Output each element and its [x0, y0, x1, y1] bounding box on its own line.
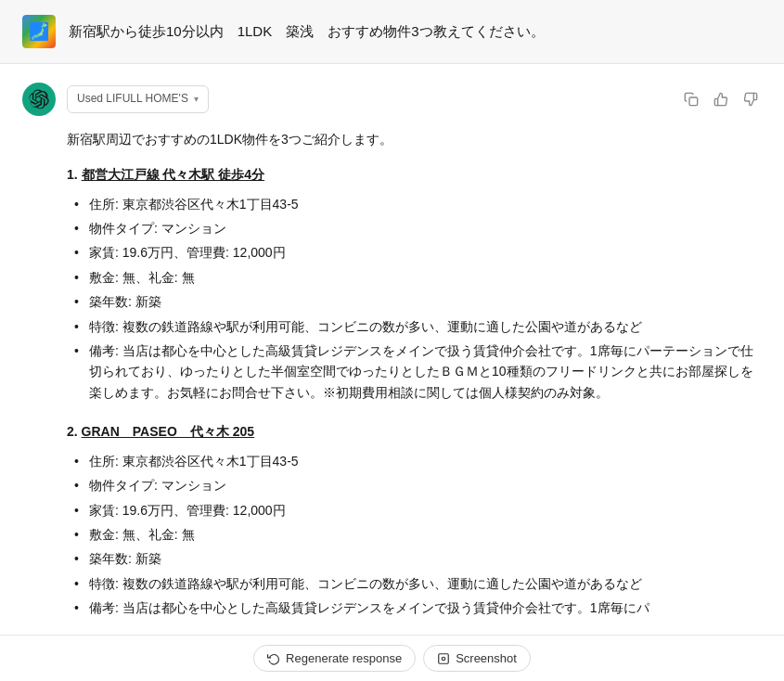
- thumbs-up-button[interactable]: [710, 88, 732, 110]
- list-item: 敷金: 無、礼金: 無: [74, 267, 762, 288]
- list-item: 築年数: 新築: [74, 548, 762, 569]
- list-item: 特徴: 複数の鉄道路線や駅が利用可能、コンビニの数が多い、運動に適した公園や道が…: [74, 573, 762, 594]
- list-item: 物件タイプ: マンション: [74, 218, 762, 238]
- chevron-down-icon: ▾: [194, 92, 199, 107]
- bottom-bar: Regenerate response Screenshot: [0, 635, 784, 656]
- property-details-1: 住所: 東京都渋谷区代々木1丁目43-5 物件タイプ: マンション 家賃: 19…: [67, 194, 762, 404]
- screenshot-button[interactable]: Screenshot: [423, 645, 531, 656]
- list-item: 築年数: 新築: [74, 291, 762, 312]
- page-container: 🗾 新宿駅から徒歩10分以内 1LDK 築浅 おすすめ物件3つ教えてください。 …: [0, 0, 784, 656]
- property-link-2[interactable]: GRAN PASEO 代々木 205: [82, 424, 254, 439]
- openai-icon: [29, 89, 49, 109]
- thumbs-up-icon: [713, 92, 728, 107]
- assistant-avatar: [22, 83, 56, 116]
- thumbs-down-button[interactable]: [739, 88, 762, 110]
- assistant-left: Used LIFULL HOME'S ▾: [22, 83, 209, 116]
- user-avatar: 🗾: [22, 15, 56, 48]
- property-details-2: 住所: 東京都渋谷区代々木1丁目43-5 物件タイプ: マンション 家賃: 19…: [67, 451, 762, 619]
- user-message-text: 新宿駅から徒歩10分以内 1LDK 築浅 おすすめ物件3つ教えてください。: [69, 20, 545, 43]
- list-item: 家賃: 19.6万円、管理費: 12,000円: [74, 500, 762, 520]
- property-number-2: 2: [67, 424, 74, 439]
- svg-rect-1: [439, 653, 449, 655]
- list-item: 物件タイプ: マンション: [74, 475, 762, 495]
- copy-button[interactable]: [680, 88, 702, 110]
- assistant-header: Used LIFULL HOME'S ▾: [22, 83, 762, 116]
- list-item: 敷金: 無、礼金: 無: [74, 524, 762, 545]
- list-item: 住所: 東京都渋谷区代々木1丁目43-5: [74, 194, 762, 214]
- copy-icon: [684, 92, 699, 107]
- property-item-1: 1. 都営大江戸線 代々木駅 徒歩4分 住所: 東京都渋谷区代々木1丁目43-5…: [67, 164, 762, 403]
- screenshot-icon: [437, 652, 450, 656]
- list-item: 家賃: 19.6万円、管理費: 12,000円: [74, 242, 762, 263]
- list-item: 特徴: 複数の鉄道路線や駅が利用可能、コンビニの数が多い、運動に適した公園や道が…: [74, 316, 762, 337]
- assistant-content: 新宿駅周辺でおすすめの1LDK物件を3つご紹介します。 1. 都営大江戸線 代々…: [22, 129, 762, 619]
- regenerate-icon: [267, 652, 280, 656]
- property-list: 1. 都営大江戸線 代々木駅 徒歩4分 住所: 東京都渋谷区代々木1丁目43-5…: [67, 164, 762, 619]
- tool-badge-label: Used LIFULL HOME'S: [77, 90, 188, 108]
- assistant-actions: [680, 88, 762, 110]
- thumbs-down-icon: [743, 92, 758, 107]
- assistant-message-row: Used LIFULL HOME'S ▾: [0, 64, 784, 656]
- regenerate-label: Regenerate response: [286, 651, 402, 656]
- property-number-1: 1: [67, 167, 74, 182]
- property-title-2: 2. GRAN PASEO 代々木 205: [67, 421, 762, 443]
- regenerate-button[interactable]: Regenerate response: [253, 645, 416, 656]
- property-title-1: 1. 都営大江戸線 代々木駅 徒歩4分: [67, 164, 762, 186]
- screenshot-label: Screenshot: [456, 651, 517, 656]
- list-item: 備考: 当店は都心を中心とした高級賃貸レジデンスをメインで扱う賃貸仲介会社です。…: [74, 597, 762, 618]
- intro-text: 新宿駅周辺でおすすめの1LDK物件を3つご紹介します。: [67, 129, 762, 151]
- list-item: 住所: 東京都渋谷区代々木1丁目43-5: [74, 451, 762, 471]
- property-link-1[interactable]: 都営大江戸線 代々木駅 徒歩4分: [82, 167, 265, 182]
- tool-badge[interactable]: Used LIFULL HOME'S ▾: [67, 85, 209, 112]
- list-item: 備考: 当店は都心を中心とした高級賃貸レジデンスをメインで扱う賃貸仲介会社です。…: [74, 340, 762, 403]
- user-avatar-image: 🗾: [22, 15, 56, 48]
- svg-rect-0: [689, 97, 698, 106]
- user-message-row: 🗾 新宿駅から徒歩10分以内 1LDK 築浅 おすすめ物件3つ教えてください。: [0, 0, 784, 64]
- property-item-2: 2. GRAN PASEO 代々木 205 住所: 東京都渋谷区代々木1丁目43…: [67, 421, 762, 619]
